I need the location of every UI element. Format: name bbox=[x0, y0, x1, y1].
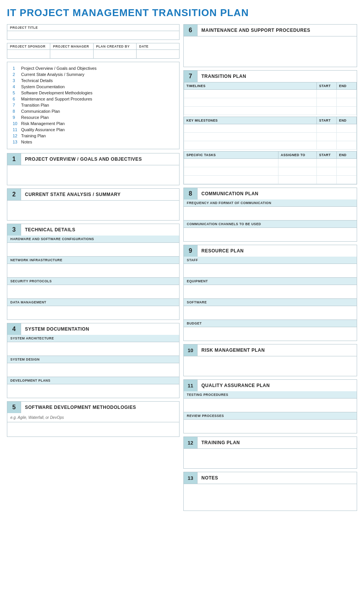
plan-created-by-value[interactable] bbox=[94, 50, 136, 58]
section-9-block: 9 RESOURCE PLAN STAFF EQUIPMENT SOFTWARE… bbox=[183, 245, 357, 341]
toc-item-1: 1 Project Overview / Goals and Objective… bbox=[13, 65, 174, 71]
project-manager-field[interactable]: PROJECT MANAGER bbox=[50, 43, 93, 58]
project-sponsor-field[interactable]: PROJECT SPONSOR bbox=[7, 43, 50, 58]
section-2-content[interactable] bbox=[7, 200, 179, 220]
project-sponsor-value[interactable] bbox=[7, 50, 50, 58]
sub-label-network: NETWORK INFRASTRUCTURE bbox=[7, 256, 179, 264]
data-mgmt-content[interactable] bbox=[7, 306, 179, 320]
section-2-body bbox=[7, 200, 179, 220]
freq-format-content[interactable] bbox=[184, 206, 357, 220]
toc-num-2: 2 bbox=[13, 72, 21, 77]
toc-item-3: 3 Technical Details bbox=[13, 77, 174, 84]
section-2-num: 2 bbox=[7, 189, 21, 200]
sub-label-hw-sw: HARDWARE AND SOFTWARE CONFIGURATIONS bbox=[7, 236, 179, 242]
project-manager-value[interactable] bbox=[50, 50, 93, 58]
section-10-num: 10 bbox=[184, 344, 198, 356]
tasks-table: SPECIFIC TASKS ASSIGNED TO START END bbox=[184, 151, 357, 184]
network-content[interactable] bbox=[7, 264, 179, 277]
section-7-num: 7 bbox=[184, 71, 198, 82]
section-10-content[interactable] bbox=[184, 356, 357, 376]
section-11-title: QUALITY ASSURANCE PLAN bbox=[198, 380, 357, 391]
toc-num-13: 13 bbox=[13, 140, 21, 144]
toc-label-2: Current State Analysis / Summary bbox=[21, 72, 84, 77]
timelines-label: TIMELINES bbox=[184, 82, 317, 90]
section-11-block: 11 QUALITY ASSURANCE PLAN TESTING PROCED… bbox=[183, 379, 357, 433]
section-13-content[interactable] bbox=[184, 484, 357, 511]
section-6-body bbox=[184, 36, 357, 67]
project-title-field[interactable]: PROJECT TITLE bbox=[7, 24, 180, 40]
section-12-content[interactable] bbox=[184, 448, 357, 468]
date-field[interactable]: DATE bbox=[137, 43, 179, 58]
section-4-num: 4 bbox=[7, 323, 21, 335]
section-9-num: 9 bbox=[184, 245, 198, 257]
comm-channels-content[interactable] bbox=[184, 227, 357, 241]
section-1-block: 1 PROJECT OVERVIEW / GOALS AND OBJECTIVE… bbox=[7, 153, 180, 185]
review-content[interactable] bbox=[184, 419, 357, 433]
section-2-block: 2 CURRENT STATE ANALYSIS / SUMMARY bbox=[7, 188, 180, 221]
section-12-block: 12 TRAINING PLAN bbox=[183, 437, 357, 469]
section-12-body bbox=[184, 448, 357, 468]
section-6-content[interactable] bbox=[184, 36, 357, 67]
section-11-header: 11 QUALITY ASSURANCE PLAN bbox=[184, 380, 357, 391]
sub-label-comm-channels: COMMUNICATION CHANNELS TO BE USED bbox=[184, 220, 357, 227]
software-content[interactable] bbox=[184, 306, 357, 320]
project-sponsor-label: PROJECT SPONSOR bbox=[7, 43, 50, 50]
milestones-table: KEY MILESTONES START END bbox=[184, 117, 357, 150]
timeline-row-2 bbox=[184, 98, 357, 107]
project-title-value[interactable] bbox=[7, 31, 179, 40]
section-11-num: 11 bbox=[184, 380, 198, 391]
toc-label-6: Maintenance and Support Procedures bbox=[21, 97, 92, 101]
milestone-row-3 bbox=[184, 141, 357, 150]
section-3-title: TECHNICAL DETAILS bbox=[21, 224, 179, 236]
toc-num-12: 12 bbox=[13, 133, 21, 138]
toc-label-1: Project Overview / Goals and Objectives bbox=[21, 66, 97, 71]
toc-item-2: 2 Current State Analysis / Summary bbox=[13, 71, 174, 77]
tasks-assigned-label: ASSIGNED TO bbox=[278, 152, 317, 159]
toc-item-6: 6 Maintenance and Support Procedures bbox=[13, 96, 174, 102]
section-1-num: 1 bbox=[7, 153, 21, 165]
toc-num-3: 3 bbox=[13, 78, 21, 83]
section-5-body: e.g. Agile, Waterfall, or DevOps bbox=[7, 413, 179, 437]
section-1-content[interactable] bbox=[7, 165, 179, 185]
plan-created-by-field[interactable]: PLAN CREATED BY bbox=[94, 43, 137, 58]
toc-num-11: 11 bbox=[13, 127, 21, 132]
section-1-body bbox=[7, 165, 179, 185]
sub-label-equipment: EQUIPMENT bbox=[184, 277, 357, 285]
section-2-title: CURRENT STATE ANALYSIS / SUMMARY bbox=[21, 189, 179, 200]
section-5-header: 5 SOFTWARE DEVELOPMENT METHODOLOGIES bbox=[7, 402, 179, 413]
section-6-title: MAINTENANCE AND SUPPORT PROCEDURES bbox=[198, 25, 357, 36]
hw-sw-content[interactable] bbox=[7, 242, 179, 256]
section-9-body: STAFF EQUIPMENT SOFTWARE BUDGET bbox=[184, 257, 357, 341]
date-value[interactable] bbox=[137, 50, 179, 58]
staff-content[interactable] bbox=[184, 264, 357, 277]
equipment-content[interactable] bbox=[184, 285, 357, 298]
timeline-row-3 bbox=[184, 107, 357, 115]
security-content[interactable] bbox=[7, 285, 179, 298]
toc-label-5: Software Development Methodologies bbox=[21, 91, 92, 95]
section-9-title: RESOURCE PLAN bbox=[198, 245, 357, 257]
dev-plans-content[interactable] bbox=[7, 384, 179, 398]
section-8-body: FREQUENCY AND FORMAT OF COMMUNICATION CO… bbox=[184, 199, 357, 241]
sub-label-dev-plans: DEVELOPMENT PLANS bbox=[7, 377, 179, 384]
toc-label-12: Training Plan bbox=[21, 133, 46, 138]
budget-content[interactable] bbox=[184, 327, 357, 341]
section-5-title: SOFTWARE DEVELOPMENT METHODOLOGIES bbox=[21, 402, 179, 413]
sub-label-testing: TESTING PROCEDURES bbox=[184, 391, 357, 398]
toc-label-13: Notes bbox=[21, 140, 32, 144]
tasks-start-label: START bbox=[317, 152, 337, 159]
section-9-header: 9 RESOURCE PLAN bbox=[184, 245, 357, 257]
main-title: IT PROJECT MANAGEMENT TRANSITION PLAN bbox=[7, 7, 357, 19]
testing-content[interactable] bbox=[184, 398, 357, 412]
toc-label-4: System Documentation bbox=[21, 84, 65, 89]
toc-item-7: 7 Transition Plan bbox=[13, 102, 174, 108]
sys-design-content[interactable] bbox=[7, 363, 179, 377]
sub-label-staff: STAFF bbox=[184, 257, 357, 264]
section-5-num: 5 bbox=[7, 402, 21, 413]
section-8-block: 8 COMMUNICATION PLAN FREQUENCY AND FORMA… bbox=[183, 188, 357, 242]
task-row-1 bbox=[184, 159, 357, 167]
section-4-header: 4 SYSTEM DOCUMENTATION bbox=[7, 323, 179, 335]
section-5-content[interactable] bbox=[7, 422, 179, 437]
milestones-label: KEY MILESTONES bbox=[184, 117, 317, 124]
section-8-title: COMMUNICATION PLAN bbox=[198, 188, 357, 199]
sys-arch-content[interactable] bbox=[7, 342, 179, 356]
